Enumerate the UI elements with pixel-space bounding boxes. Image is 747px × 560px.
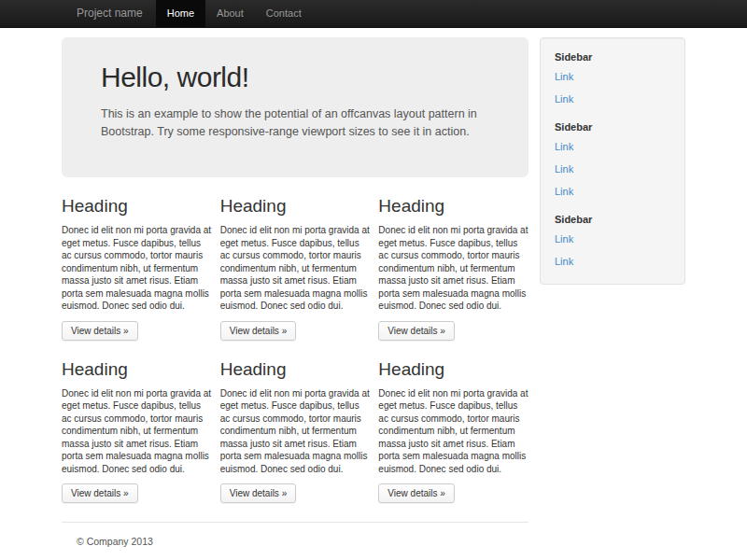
sidebar-link[interactable]: Link [541, 180, 684, 203]
nav-item-about[interactable]: About [205, 0, 255, 27]
sidebar-link[interactable]: Link [541, 250, 684, 273]
card-title: Heading [378, 196, 529, 217]
sidebar-link[interactable]: Link [541, 88, 684, 110]
sidebar-section-header: Sidebar [541, 46, 684, 65]
nav-item-contact[interactable]: Contact [255, 0, 313, 27]
sidebar: Sidebar Link Link Sidebar Link Link Link… [540, 37, 685, 285]
card-body: Donec id elit non mi porta gravida at eg… [378, 387, 529, 476]
view-details-button[interactable]: View details » [220, 483, 297, 503]
footer-divider [62, 522, 529, 523]
brand-link[interactable]: Project name [62, 0, 156, 27]
cards-row-2: Heading Donec id elit non mi porta gravi… [62, 344, 529, 504]
card-title: Heading [220, 359, 371, 380]
sidebar-section-header: Sidebar [541, 203, 684, 228]
card: Heading Donec id elit non mi porta gravi… [62, 344, 212, 504]
navbar: Project name Home About Contact [0, 0, 747, 28]
sidebar-section-header: Sidebar [541, 110, 684, 135]
sidebar-link[interactable]: Link [541, 228, 684, 250]
sidebar-link[interactable]: Link [541, 65, 684, 88]
jumbotron: Hello, world! This is an example to show… [62, 37, 529, 177]
sidebar-link[interactable]: Link [541, 135, 684, 158]
card: Heading Donec id elit non mi porta gravi… [378, 181, 529, 341]
view-details-button[interactable]: View details » [62, 483, 138, 503]
card-body: Donec id elit non mi porta gravida at eg… [62, 387, 212, 476]
card: Heading Donec id elit non mi porta gravi… [220, 181, 371, 341]
card-title: Heading [220, 196, 371, 217]
view-details-button[interactable]: View details » [378, 321, 455, 341]
sidebar-section: Sidebar Link Link Link [541, 110, 684, 203]
card-body: Donec id elit non mi porta gravida at eg… [220, 387, 371, 476]
view-details-button[interactable]: View details » [220, 321, 297, 341]
card-body: Donec id elit non mi porta gravida at eg… [62, 224, 212, 313]
jumbotron-text: This is an example to show the potential… [101, 105, 489, 142]
page-container: Hello, world! This is an example to show… [62, 28, 685, 547]
view-details-button[interactable]: View details » [378, 483, 455, 503]
card-title: Heading [62, 196, 212, 217]
main-nav: Home About Contact [156, 0, 313, 27]
jumbotron-title: Hello, world! [101, 62, 489, 93]
card: Heading Donec id elit non mi porta gravi… [378, 344, 529, 504]
card-body: Donec id elit non mi porta gravida at eg… [220, 224, 371, 313]
card: Heading Donec id elit non mi porta gravi… [220, 344, 371, 504]
nav-item-home[interactable]: Home [156, 0, 205, 27]
view-details-button[interactable]: View details » [62, 321, 138, 341]
card: Heading Donec id elit non mi porta gravi… [62, 181, 212, 341]
sidebar-link[interactable]: Link [541, 158, 684, 180]
navbar-container: Project name Home About Contact [62, 0, 685, 27]
sidebar-section: Sidebar Link Link [541, 46, 684, 110]
card-title: Heading [378, 359, 529, 380]
cards-row-1: Heading Donec id elit non mi porta gravi… [62, 181, 529, 341]
main-column: Hello, world! This is an example to show… [62, 28, 529, 547]
sidebar-section: Sidebar Link Link [541, 203, 684, 273]
copyright-text: © Company 2013 [62, 536, 529, 547]
footer: © Company 2013 [62, 522, 529, 547]
card-body: Donec id elit non mi porta gravida at eg… [378, 224, 529, 313]
card-title: Heading [62, 359, 212, 380]
